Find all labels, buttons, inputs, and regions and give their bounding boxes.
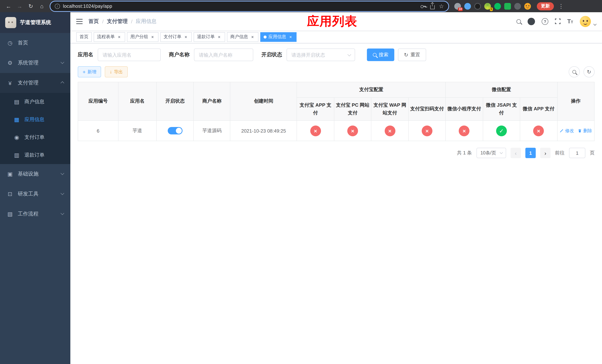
extension-blue-icon[interactable] bbox=[464, 3, 471, 10]
github-icon[interactable] bbox=[527, 18, 535, 25]
breadcrumb-payment[interactable]: 支付管理 bbox=[107, 18, 128, 25]
col-merchant: 商户名称 bbox=[194, 82, 230, 121]
reset-button[interactable]: 重置 bbox=[398, 49, 426, 61]
sidebar-item-workflow[interactable]: ▧ 工作流程 bbox=[0, 204, 70, 224]
search-icon[interactable] bbox=[516, 19, 521, 23]
status-cross-icon: × bbox=[422, 126, 432, 136]
browser-update-button[interactable]: 更新 bbox=[537, 2, 554, 10]
sidebar-item-system[interactable]: ⚙ 系统管理 bbox=[0, 53, 70, 73]
monitor-icon: ▣ bbox=[7, 171, 13, 177]
close-icon[interactable] bbox=[250, 34, 255, 39]
help-icon[interactable] bbox=[542, 18, 548, 25]
extension-puzzle-icon[interactable]: 10 bbox=[454, 3, 461, 10]
sidebar-item-infra[interactable]: ▣ 基础设施 bbox=[0, 164, 70, 184]
prev-page-button[interactable] bbox=[511, 148, 521, 158]
main-layout: 芋道管理系统 ◷ 首页 ⚙ 系统管理 ¥ 支付管理 bbox=[0, 12, 602, 364]
sidebar-item-merchant-info[interactable]: ▤ 商户信息 bbox=[0, 93, 70, 111]
sidebar-item-dev-tools[interactable]: ⊡ 研发工具 bbox=[0, 184, 70, 204]
chevron-down-icon bbox=[61, 171, 64, 175]
sidebar-item-app-info[interactable]: ▦ 应用信息 bbox=[0, 111, 70, 128]
extension-profile-icon[interactable]: 1 bbox=[484, 3, 491, 10]
fullscreen-icon[interactable] bbox=[555, 19, 560, 24]
forward-button[interactable]: → bbox=[15, 1, 24, 11]
tab-merchant-info[interactable]: 商户信息 bbox=[227, 32, 258, 42]
cell-alipay-wap: × bbox=[371, 121, 408, 141]
extension-wechat-icon[interactable] bbox=[494, 3, 501, 10]
status-select bbox=[287, 49, 355, 61]
sidebar-item-label: 商户信息 bbox=[24, 98, 44, 105]
add-button[interactable]: 新增 bbox=[78, 66, 101, 77]
user-avatar[interactable] bbox=[580, 16, 591, 27]
refresh-icon bbox=[404, 52, 408, 58]
browser-menu-icon[interactable] bbox=[558, 3, 564, 10]
current-page-button[interactable]: 1 bbox=[525, 148, 536, 158]
group-header-wechat: 微信配置 bbox=[446, 82, 557, 97]
toggle-search-button[interactable] bbox=[569, 66, 580, 77]
extension-puzzle2-icon[interactable] bbox=[514, 3, 521, 10]
breadcrumb-home[interactable]: 首页 bbox=[88, 18, 99, 25]
close-icon[interactable] bbox=[288, 34, 293, 39]
workflow-icon: ▧ bbox=[7, 211, 13, 217]
enable-switch[interactable] bbox=[168, 127, 182, 135]
status-select-input[interactable] bbox=[287, 49, 355, 61]
password-key-icon[interactable] bbox=[420, 4, 426, 8]
col-alipay-pc: 支付宝 PC 网站支付 bbox=[334, 97, 371, 121]
refresh-table-button[interactable] bbox=[583, 66, 595, 77]
close-icon[interactable] bbox=[150, 34, 155, 39]
home-button[interactable]: ⌂ bbox=[37, 1, 47, 11]
edit-label: 修改 bbox=[565, 128, 574, 134]
next-page-button[interactable] bbox=[540, 148, 550, 158]
tab-label: 退款订单 bbox=[197, 34, 215, 40]
extension-dark-icon[interactable] bbox=[474, 3, 481, 10]
cell-app-id: 6 bbox=[78, 121, 118, 141]
table-toolbar: 新增 导出 bbox=[78, 66, 595, 77]
tab-app-info[interactable]: 应用信息 bbox=[260, 32, 297, 42]
site-info-icon[interactable] bbox=[55, 3, 60, 9]
search-button-label: 搜索 bbox=[379, 52, 388, 58]
sidebar-item-pay-orders[interactable]: ◉ 支付订单 bbox=[0, 128, 70, 146]
tab-home[interactable]: 首页 bbox=[76, 32, 92, 42]
search-icon bbox=[373, 53, 376, 57]
table-group-header-row: 应用编号 应用名 开启状态 商户名称 创建时间 支付宝配置 微信配置 操作 bbox=[78, 82, 594, 97]
cell-alipay-qr: × bbox=[408, 121, 446, 141]
page-size-select[interactable]: 10条/页 bbox=[476, 148, 506, 158]
close-icon[interactable] bbox=[216, 34, 222, 39]
sidebar-item-refund-orders[interactable]: ▥ 退款订单 bbox=[0, 146, 70, 164]
address-bar[interactable]: localhost:1024/pay/app bbox=[50, 1, 448, 11]
bookmark-star-icon[interactable] bbox=[439, 3, 444, 10]
back-button[interactable]: ← bbox=[4, 1, 13, 11]
font-size-icon[interactable] bbox=[567, 18, 573, 24]
app-name-field bbox=[98, 49, 161, 61]
delete-button[interactable]: 删除 bbox=[578, 128, 592, 134]
sidebar-menu: ◷ 首页 ⚙ 系统管理 ¥ 支付管理 ▤ 商户信息 bbox=[0, 33, 70, 224]
close-icon[interactable] bbox=[183, 34, 188, 39]
reload-button[interactable]: ↻ bbox=[26, 1, 35, 11]
tab-process-form[interactable]: 流程表单 bbox=[94, 32, 125, 42]
close-icon[interactable] bbox=[117, 34, 122, 39]
merchant-name-input[interactable] bbox=[194, 49, 253, 61]
col-app-name: 应用名 bbox=[118, 82, 156, 121]
export-button[interactable]: 导出 bbox=[105, 66, 128, 77]
sidebar-item-label: 退款订单 bbox=[24, 152, 44, 159]
search-button[interactable]: 搜索 bbox=[367, 49, 394, 61]
page-banner: 应用列表 bbox=[307, 13, 357, 30]
edit-button[interactable]: 修改 bbox=[559, 128, 574, 134]
col-alipay-wap: 支付宝 WAP 网站支付 bbox=[371, 97, 408, 121]
sidebar-item-home[interactable]: ◷ 首页 bbox=[0, 33, 70, 53]
tab-user-group[interactable]: 用户分组 bbox=[127, 32, 159, 42]
app-name-input[interactable] bbox=[98, 49, 161, 61]
edit-pencil-icon bbox=[559, 128, 564, 133]
sidebar-item-label: 支付管理 bbox=[18, 80, 39, 86]
tab-label: 用户分组 bbox=[130, 34, 148, 40]
col-alipay-app: 支付宝 APP 支付 bbox=[297, 97, 334, 121]
hamburger-icon[interactable] bbox=[76, 19, 83, 24]
goto-page-input[interactable] bbox=[569, 148, 585, 158]
status-check-icon: ✓ bbox=[496, 126, 507, 136]
sidebar-item-payment[interactable]: ¥ 支付管理 bbox=[0, 73, 70, 93]
tab-refund-orders[interactable]: 退款订单 bbox=[194, 32, 225, 42]
extension-notes-icon[interactable] bbox=[504, 3, 511, 10]
status-cross-icon: × bbox=[533, 126, 544, 136]
share-icon[interactable] bbox=[430, 5, 434, 9]
extension-face-icon[interactable] bbox=[524, 3, 531, 10]
tab-pay-orders[interactable]: 支付订单 bbox=[160, 32, 192, 42]
